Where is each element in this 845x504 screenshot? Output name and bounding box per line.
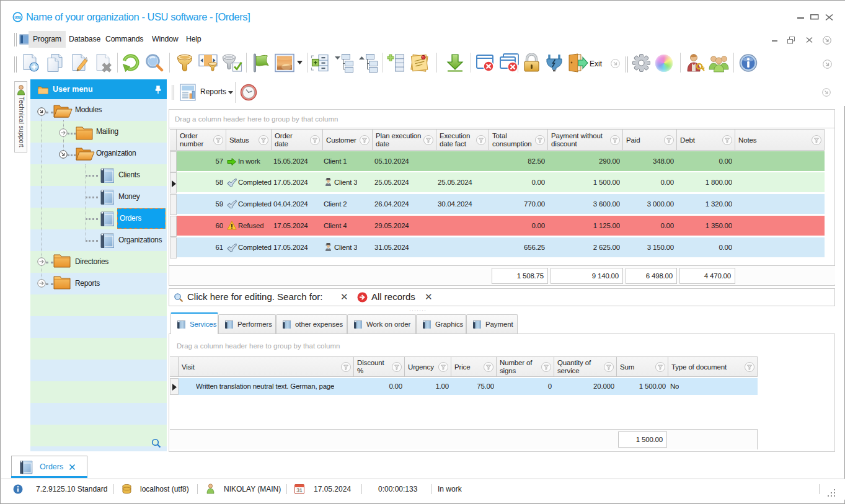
- svg-text:31: 31: [296, 487, 303, 493]
- svg-text:usu: usu: [14, 15, 21, 19]
